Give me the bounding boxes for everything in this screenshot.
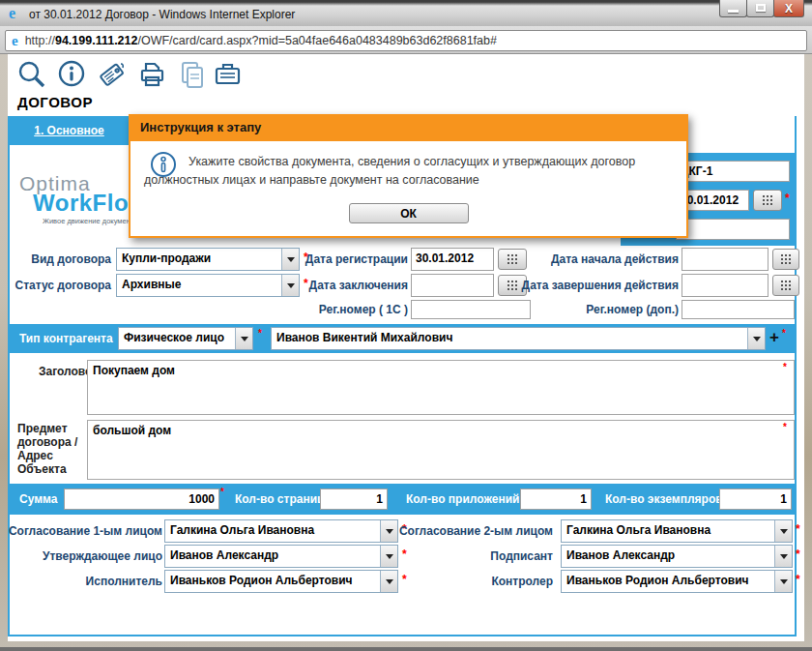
doc-number-input[interactable]: ДКГ-1 [676,161,790,182]
executor-label: Исполнитель [86,575,162,588]
approver-label: Утверждающее лицо [43,549,162,563]
regdop-label: Рег.номер (доп.) [586,303,679,316]
signer-select[interactable]: Иванов Александр [561,545,793,568]
browser-window: e от 30.01.2012 Договор - Windows Intern… [0,0,812,651]
copies-input[interactable]: 1 [719,488,792,510]
required-marker: * [304,277,308,290]
reg1c-label: Рег.номер ( 1С ) [319,303,408,316]
contragent-name-select[interactable]: Иванов Викентий Михайлович [271,327,766,350]
end-date-input[interactable] [682,274,768,297]
chevron-down-icon [774,571,792,592]
address-bar: e http://94.199.111.212/OWF/card/card.as… [0,26,812,54]
add-contragent-button[interactable]: + [769,329,779,345]
executor-select[interactable]: Иваньков Родион Альбертович [164,570,398,593]
sums-band: Сумма 1000 * Кол-во страниц 1 Кол-во при… [10,484,795,515]
concl-date-label: Дата заключения [309,279,408,292]
minimize-icon [728,10,739,13]
controller-label: Контролер [491,575,553,588]
approver-select[interactable]: Иванов Александр [164,545,398,568]
title-bar: e от 30.01.2012 Договор - Windows Intern… [0,0,812,26]
contragent-band: Тип контрагента Физическое лицо * Иванов… [10,324,795,353]
start-date-calendar-icon[interactable] [772,249,799,270]
end-date-calendar-icon[interactable] [772,275,799,296]
info-icon[interactable] [56,58,89,91]
reg-date-input[interactable]: 30.01.2012 [411,248,494,271]
minimize-button[interactable] [719,0,747,17]
start-date-input[interactable] [682,248,768,271]
agree2-label: Согласование 2-ым лицом [399,524,553,538]
window-bottom-edge [0,647,812,651]
chevron-down-icon [774,546,792,567]
briefcase-icon[interactable] [212,58,245,91]
reg1c-input[interactable] [411,300,531,319]
contragent-label: Тип контрагента [19,332,113,345]
required-marker: * [796,522,800,536]
required-marker: * [402,573,407,586]
doc-date-calendar-icon[interactable] [753,190,782,211]
tag-icon[interactable] [96,58,129,91]
ie-logo-icon: e [9,5,25,21]
attachments-input[interactable]: 1 [520,488,592,510]
agree2-select[interactable]: Галкина Ольга Ивановна [561,519,793,543]
chevron-down-icon [281,249,299,270]
summa-input[interactable]: 1000 [64,488,219,510]
concl-date-input[interactable] [411,274,494,297]
dialog-message: Укажите свойства документа, сведения о с… [144,153,673,190]
start-date-label: Дата начала действия [551,252,679,266]
agree1-label: Согласование 1-ым лицом [9,524,162,538]
chevron-down-icon [380,571,397,592]
tab-main[interactable]: 1. Основное [10,116,129,145]
required-marker: * [783,362,787,372]
copy-document-icon[interactable] [176,58,209,91]
reg-date-label: Дата регистрации [305,252,408,266]
required-marker: * [796,547,800,561]
status-label: Статус договора [15,279,111,292]
chevron-down-icon [380,546,397,567]
required-marker: * [402,547,407,561]
summa-label: Сумма [19,492,57,506]
vid-select[interactable]: Купли-продажи [116,248,300,271]
dialog-info-icon [150,151,177,178]
chevron-down-icon [774,520,792,542]
chevron-down-icon [235,328,252,349]
required-marker: * [785,192,790,205]
page-title: ДОГОВОР [17,94,93,110]
zagolovok-textarea[interactable]: Покупаем дом [87,360,795,415]
pages-label: Кол-во страниц [235,492,324,506]
chevron-down-icon [380,520,397,542]
required-marker: * [783,422,787,432]
close-button[interactable]: X [773,0,804,17]
close-icon: X [774,1,803,16]
copies-label: Кол-во экземпляров [605,492,723,506]
window-title: от 30.01.2012 Договор - Windows Internet… [29,8,295,21]
controller-select[interactable]: Иваньков Родион Альбертович [561,570,793,593]
predmet-textarea[interactable]: большой дом [87,420,795,480]
contragent-type-select[interactable]: Физическое лицо [118,327,253,350]
end-date-label: Дата завершения действия [522,279,679,292]
required-marker: * [220,487,224,497]
ok-button[interactable]: ОК [349,203,469,223]
logo-tagline: Живое движение документов [43,217,141,225]
reg-date-calendar-icon[interactable] [498,249,527,270]
url-input[interactable]: e http://94.199.111.212/OWF/card/card.as… [5,30,807,51]
dialog-title: Инструкция к этапу [129,114,688,141]
status-select[interactable]: Архивные [116,274,300,297]
signer-label: Подписант [490,549,553,563]
required-marker: * [782,328,786,339]
instruction-dialog: Инструкция к этапу Укажите свойства доку… [129,114,688,238]
required-marker: * [796,573,800,586]
maximize-icon [756,4,766,12]
chevron-down-icon [747,328,765,349]
predmet-label: Предмет договора / Адрес Объекта [17,422,85,476]
vid-label: Вид договора [31,252,111,266]
attachments-label: Кол-во приложений [406,492,519,506]
pages-input[interactable]: 1 [320,488,388,510]
required-marker: * [258,328,262,339]
doc-id-input[interactable]: 5 [676,219,790,240]
print-icon[interactable] [136,58,169,91]
agree1-select[interactable]: Галкина Ольга Ивановна [164,519,398,543]
regdop-input[interactable] [682,300,795,319]
search-icon[interactable] [15,58,48,91]
maximize-button[interactable] [746,0,774,17]
url-text: http://94.199.111.212/OWF/card/card.aspx… [25,34,497,47]
